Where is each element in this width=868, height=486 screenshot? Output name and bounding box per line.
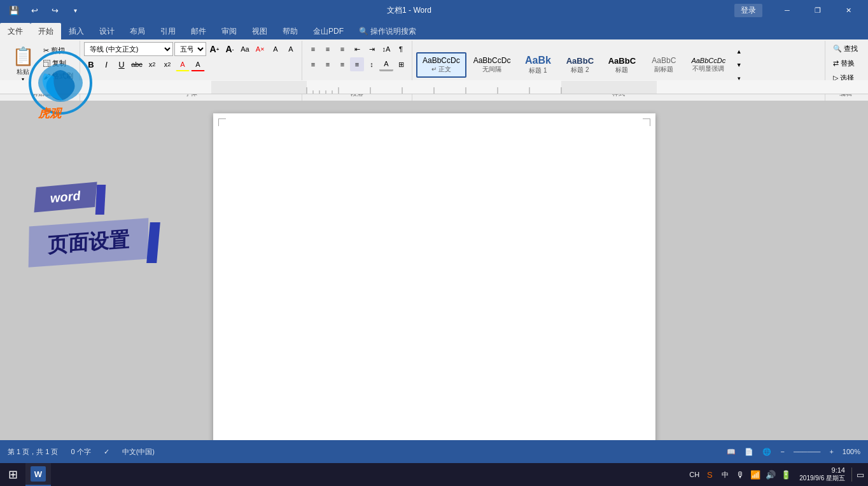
font-color-button[interactable]: A: [191, 57, 205, 71]
document-page[interactable]: [213, 113, 655, 463]
document-area[interactable]: [0, 101, 868, 463]
style-subtitle[interactable]: AaBbC 副标题: [643, 53, 684, 77]
tab-review[interactable]: 审阅: [214, 23, 244, 39]
numbering-button[interactable]: ≡: [321, 42, 335, 56]
taskbar-right: CH S 中 🎙 📶 🔊 🔋 9:14 2019/9/6 星期五 ▭: [687, 466, 868, 483]
style-subtle-emphasis[interactable]: AaBbCcDc 不明显强调: [685, 54, 731, 76]
zoom-slider[interactable]: ──────: [791, 447, 823, 457]
quick-access-toolbar: 💾 ↩ ↪ ▾: [5, 1, 84, 19]
replace-button[interactable]: ⇄ 替换: [829, 57, 862, 70]
style-title[interactable]: AaBbC 标题: [601, 53, 642, 78]
tray-ch-icon[interactable]: CH: [687, 468, 701, 482]
shading-button[interactable]: A: [379, 57, 393, 71]
logo-overlay: 虎观: [25, 51, 95, 121]
style-heading1[interactable]: AaBk 标题 1: [517, 52, 558, 78]
font-row1: 等线 (中文正文) 五号 A+ A- Aa A✕ A A: [84, 42, 298, 56]
restore-button[interactable]: ❐: [803, 0, 832, 20]
font-row2: B I U abc x2 x2 A A: [84, 57, 298, 71]
font-grow-button[interactable]: A+: [207, 42, 221, 56]
superscript-button[interactable]: x2: [160, 57, 174, 71]
tray-network-icon[interactable]: 📶: [748, 468, 762, 482]
ruler-svg: [211, 81, 657, 94]
ribbon-tabs: 文件 开始 插入 设计 布局 引用 邮件 审阅 视图 帮助 金山PDF 🔍 操作…: [0, 20, 868, 39]
read-mode-button[interactable]: 📖: [724, 447, 738, 457]
borders-button[interactable]: ⊞: [394, 57, 408, 71]
font-shrink-button[interactable]: A-: [223, 42, 237, 56]
align-right-button[interactable]: ≡: [335, 57, 349, 71]
tray-mic-icon[interactable]: 🎙: [733, 468, 747, 482]
styles-more-buttons: ▲ ▼ ▾: [734, 45, 744, 85]
multilevel-button[interactable]: ≡: [335, 42, 349, 56]
tab-search[interactable]: 🔍 操作说明搜索: [351, 23, 424, 39]
align-center-button[interactable]: ≡: [321, 57, 335, 71]
sort-button[interactable]: ↕A: [379, 42, 393, 56]
close-button[interactable]: ✕: [834, 0, 863, 20]
clock-date: 2019/9/6 星期五: [799, 474, 845, 483]
subscript-button[interactable]: x2: [145, 57, 159, 71]
style-heading2[interactable]: AaBbC 标题 2: [559, 53, 600, 78]
underline-button[interactable]: U: [115, 57, 129, 71]
tray-zhong-icon[interactable]: 中: [718, 468, 732, 482]
start-icon: ⊞: [8, 468, 18, 482]
logo-text: 虎观: [38, 106, 61, 121]
styles-scroll-down-button[interactable]: ▼: [734, 59, 744, 71]
decrease-indent-button[interactable]: ⇤: [350, 42, 364, 56]
word-taskbar-item[interactable]: W: [25, 463, 51, 486]
word-count-status[interactable]: 0 个字: [68, 446, 93, 458]
clock-time: 9:14: [799, 466, 845, 474]
style-normal[interactable]: AaBbCcDc ↵ 正文: [416, 52, 466, 78]
clear-format-button[interactable]: A✕: [253, 42, 267, 56]
show-formatting-button[interactable]: ¶: [394, 42, 408, 56]
statusbar: 第 1 页，共 1 页 0 个字 ✓ 中文(中国) 📖 📄 🌐 − ──────…: [0, 440, 868, 463]
italic-button[interactable]: I: [99, 57, 113, 71]
undo-quick-button[interactable]: ↩: [25, 1, 43, 19]
save-quick-button[interactable]: 💾: [5, 1, 23, 19]
style-no-spacing[interactable]: AaBbCcDc 无间隔: [468, 53, 517, 77]
tab-mailings[interactable]: 邮件: [183, 23, 214, 39]
tab-layout[interactable]: 布局: [122, 23, 153, 39]
line-spacing-button[interactable]: ↕: [365, 57, 379, 71]
align-left-button[interactable]: ≡: [306, 57, 320, 71]
language-status[interactable]: 中文(中国): [120, 446, 157, 458]
font-extra2-button[interactable]: A: [284, 42, 298, 56]
justify-button[interactable]: ≡: [350, 57, 364, 71]
login-button[interactable]: 登录: [734, 4, 762, 17]
font-extra1-button[interactable]: A: [269, 42, 283, 56]
increase-indent-button[interactable]: ⇥: [365, 42, 379, 56]
tab-insert[interactable]: 插入: [61, 23, 92, 39]
print-layout-button[interactable]: 📄: [742, 447, 756, 457]
titlebar: 💾 ↩ ↪ ▾ 文档1 - Word 登录 ─ ❐ ✕: [0, 0, 868, 20]
change-case-button[interactable]: Aa: [238, 42, 252, 56]
zoom-in-button[interactable]: +: [827, 447, 836, 457]
find-button[interactable]: 🔍 查找: [829, 42, 862, 55]
tray-battery-icon[interactable]: 🔋: [779, 468, 793, 482]
window-title: 文档1 - Word: [84, 5, 734, 16]
web-layout-button[interactable]: 🌐: [760, 447, 774, 457]
customize-quick-button[interactable]: ▾: [66, 1, 84, 19]
styles-scroll-up-button[interactable]: ▲: [734, 45, 744, 58]
zoom-out-button[interactable]: −: [778, 447, 787, 457]
zoom-level: 100%: [840, 447, 863, 457]
tray-s-icon[interactable]: S: [703, 468, 717, 482]
system-clock[interactable]: 9:14 2019/9/6 星期五: [794, 466, 850, 483]
window-controls: ─ ❐ ✕: [773, 0, 863, 20]
start-button[interactable]: ⊞: [0, 463, 25, 486]
highlight-button[interactable]: A: [176, 57, 190, 71]
tray-volume-icon[interactable]: 🔊: [764, 468, 778, 482]
tab-help[interactable]: 帮助: [275, 23, 305, 39]
tab-design[interactable]: 设计: [92, 23, 122, 39]
strikethrough-button[interactable]: abc: [130, 57, 144, 71]
font-family-select[interactable]: 等线 (中文正文): [84, 42, 173, 56]
tab-file[interactable]: 文件: [0, 23, 31, 39]
page-number-status[interactable]: 第 1 页，共 1 页: [5, 446, 60, 458]
bullets-button[interactable]: ≡: [306, 42, 320, 56]
tab-view[interactable]: 视图: [244, 23, 275, 39]
redo-quick-button[interactable]: ↪: [46, 1, 64, 19]
tab-home[interactable]: 开始: [31, 23, 61, 39]
spell-check-icon: ✓: [101, 447, 112, 457]
show-desktop-button[interactable]: ▭: [851, 468, 865, 482]
minimize-button[interactable]: ─: [773, 0, 802, 20]
font-size-select[interactable]: 五号: [174, 42, 206, 56]
tab-jinshan-pdf[interactable]: 金山PDF: [305, 23, 351, 39]
tab-references[interactable]: 引用: [153, 23, 183, 39]
